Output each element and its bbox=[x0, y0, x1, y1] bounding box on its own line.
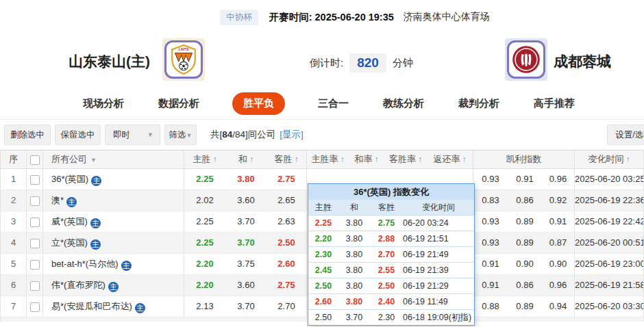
odds-draw[interactable]: 3.70 bbox=[225, 296, 267, 317]
col-header-draw[interactable]: 和↑ bbox=[225, 151, 267, 168]
sort-asc-icon: ↑ bbox=[418, 155, 422, 164]
time-filter-dropdown[interactable]: 即时▼ bbox=[105, 125, 160, 145]
odds-draw[interactable]: 3.60 bbox=[225, 275, 267, 296]
odds-away[interactable]: 2.75 bbox=[267, 275, 307, 296]
odds-draw[interactable]: 3.70 bbox=[225, 211, 267, 232]
odds-home[interactable]: 2.02 bbox=[184, 190, 225, 211]
tab-win-draw-lose[interactable]: 胜平负 bbox=[232, 92, 285, 115]
odds-change-popup: 36*(英国) 指数变化 主胜 和 客胜 变化时间 2.253.802.7506… bbox=[308, 183, 475, 326]
popup-row: 2.503.702.3006-18 19:09(初指) bbox=[308, 309, 474, 325]
odds-home[interactable]: 2.20 bbox=[184, 254, 225, 274]
popup-odds-home: 2.20 bbox=[308, 231, 338, 246]
odds-home[interactable]: 2.13 bbox=[184, 296, 225, 317]
company-name: 澳* bbox=[51, 195, 64, 205]
company-cell[interactable]: 威*(英国)主 bbox=[43, 211, 184, 232]
change-time: 2025-06-20 03:30 bbox=[575, 296, 643, 317]
row-checkbox[interactable] bbox=[30, 239, 40, 248]
caret-down-icon: ▼ bbox=[90, 157, 97, 164]
odds-away[interactable]: 2.65 bbox=[267, 190, 307, 211]
company-cell[interactable]: 易*(安提瓜和巴布达)主 bbox=[43, 296, 184, 317]
company-cell[interactable]: 伟*(直布罗陀)主 bbox=[43, 275, 184, 296]
tab-live-analysis[interactable]: 现场分析 bbox=[82, 92, 125, 115]
table-toolbar: 删除选中 保留选中 即时▼ 筛选▼ 共[84/84]间公司 [显示] 设置/选项 bbox=[0, 119, 644, 150]
odds-draw[interactable]: 3.60 bbox=[225, 190, 267, 211]
countdown-unit: 分钟 bbox=[393, 57, 413, 70]
company-count-text: 共[84/84]间公司 bbox=[210, 129, 275, 141]
kelly-index: 0.91 bbox=[473, 254, 508, 274]
delete-selected-button[interactable]: 删除选中 bbox=[4, 125, 51, 145]
odds-away[interactable]: 2.70 bbox=[267, 296, 307, 317]
col-header-change-time[interactable]: 变化时间↑ bbox=[575, 151, 643, 168]
company-cell[interactable]: 36*(英国)主 bbox=[43, 169, 184, 189]
change-time: 2025-06-20 03:25 bbox=[575, 169, 643, 189]
filter-dropdown[interactable]: 筛选▼ bbox=[164, 125, 197, 145]
col-header-away-rate[interactable]: 客胜率↑ bbox=[384, 151, 427, 168]
popup-change-time: 06-19 21:29 bbox=[403, 278, 474, 293]
kelly-index: 0.90 bbox=[508, 254, 542, 274]
odds-draw[interactable]: 3.75 bbox=[225, 254, 267, 274]
odds-away[interactable]: 2.75 bbox=[267, 169, 307, 189]
row-checkbox-cell bbox=[27, 233, 43, 253]
tab-referee-analysis[interactable]: 裁判分析 bbox=[457, 92, 501, 115]
change-time: 2025-06-19 22:36 bbox=[575, 190, 643, 211]
popup-odds-away: 2.75 bbox=[370, 215, 403, 231]
popup-odds-home: 2.25 bbox=[308, 215, 338, 231]
tab-coach-analysis[interactable]: 教练分析 bbox=[382, 92, 425, 115]
row-checkbox[interactable] bbox=[30, 218, 40, 227]
popup-odds-away: 2.30 bbox=[370, 310, 403, 325]
row-index: 3 bbox=[1, 211, 27, 232]
select-all-checkbox[interactable] bbox=[30, 155, 40, 165]
keep-selected-button[interactable]: 保留选中 bbox=[55, 125, 101, 145]
filter-label: 筛选 bbox=[169, 130, 186, 140]
tab-data-analysis[interactable]: 数据分析 bbox=[157, 92, 201, 115]
home-badge-icon: 主 bbox=[91, 176, 101, 186]
col-header-payout-rate[interactable]: 返还率↑ bbox=[427, 151, 473, 168]
kelly-index: 0.93 bbox=[473, 211, 508, 232]
popup-odds-away: 2.88 bbox=[370, 231, 403, 246]
company-cell[interactable]: bet-at-h*(马尔他)主 bbox=[43, 254, 184, 274]
odds-comparison-page: 中协杯 开赛时间: 2025-06-20 19:35 济南奥体中心体育场 山东泰… bbox=[0, 0, 644, 327]
row-checkbox[interactable] bbox=[30, 175, 40, 185]
row-index: 1 bbox=[1, 169, 27, 189]
kelly-index: 0.89 bbox=[508, 296, 542, 317]
col-header-home-win[interactable]: 主胜↑ bbox=[184, 151, 225, 168]
company-cell[interactable]: 澳*主 bbox=[43, 190, 184, 211]
settings-button[interactable]: 设置/选项 bbox=[607, 125, 644, 145]
row-checkbox-cell bbox=[27, 211, 43, 232]
odds-draw[interactable]: 3.70 bbox=[225, 233, 267, 253]
odds-home[interactable]: 2.25 bbox=[184, 233, 225, 253]
header-checkbox-cell bbox=[27, 151, 43, 168]
col-header-home-rate[interactable]: 主胜率↑ bbox=[307, 151, 349, 168]
change-time: 2025-06-19 21:58 bbox=[575, 275, 643, 296]
company-name: 威*(英国) bbox=[51, 216, 88, 226]
odds-draw[interactable]: 3.80 bbox=[225, 169, 267, 189]
row-index: 7 bbox=[1, 296, 27, 317]
row-checkbox[interactable] bbox=[30, 260, 40, 270]
odds-home[interactable]: 2.25 bbox=[184, 211, 225, 232]
row-index: 4 bbox=[1, 233, 27, 253]
row-checkbox[interactable] bbox=[30, 281, 40, 291]
popup-row: 2.603.802.4006-19 11:49 bbox=[308, 293, 474, 309]
countdown-label: 倒计时: bbox=[310, 57, 343, 70]
popup-header-row: 主胜 和 客胜 变化时间 bbox=[308, 200, 474, 215]
col-header-company[interactable]: 所有公司▼ bbox=[43, 151, 184, 168]
odds-away[interactable]: 2.60 bbox=[267, 254, 307, 274]
kickoff-value: 2025-06-20 19:35 bbox=[315, 12, 394, 23]
col-header-away-win[interactable]: 客胜↑ bbox=[267, 151, 307, 168]
col-header-draw-rate[interactable]: 和率↑ bbox=[349, 151, 384, 168]
show-link[interactable]: [显示] bbox=[280, 129, 304, 141]
tab-expert-recommend[interactable]: 高手推荐 bbox=[532, 92, 576, 115]
odds-home[interactable]: 2.20 bbox=[184, 275, 225, 296]
odds-away[interactable]: 2.50 bbox=[267, 233, 307, 253]
odds-home[interactable]: 2.25 bbox=[184, 169, 225, 189]
tab-three-in-one[interactable]: 三合一 bbox=[317, 92, 350, 115]
popup-change-time: 06-19 21:51 bbox=[403, 231, 474, 246]
company-cell[interactable]: 立*(英国)主 bbox=[43, 233, 184, 253]
popup-odds-home: 2.30 bbox=[308, 247, 338, 262]
row-checkbox[interactable] bbox=[30, 196, 40, 206]
odds-away[interactable]: 2.63 bbox=[267, 211, 307, 232]
home-team-logo: LNTS bbox=[162, 38, 205, 81]
row-checkbox[interactable] bbox=[30, 302, 40, 312]
caret-down-icon: ▼ bbox=[186, 132, 193, 139]
col-header-company-label: 所有公司 bbox=[51, 154, 87, 164]
